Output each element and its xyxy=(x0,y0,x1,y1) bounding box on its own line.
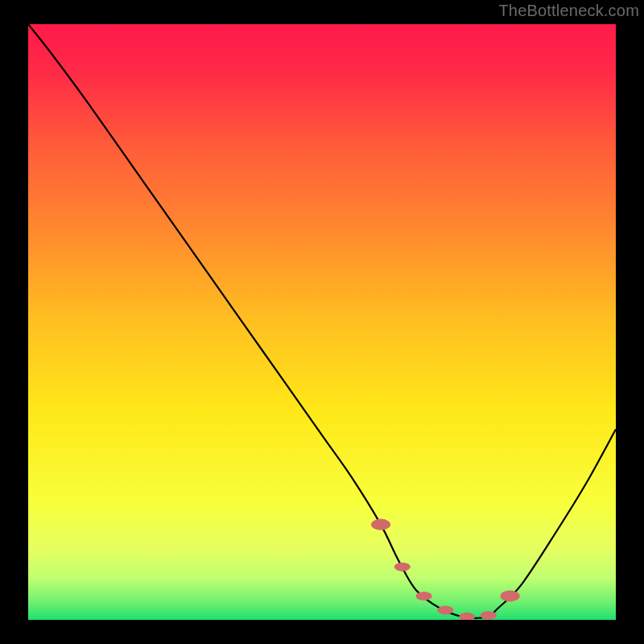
bottleneck-curve xyxy=(28,24,616,618)
optimal-marker xyxy=(371,519,390,530)
optimal-marker xyxy=(481,611,497,620)
optimal-marker xyxy=(416,592,432,601)
plot-area xyxy=(28,24,616,620)
optimal-range-markers xyxy=(371,519,520,620)
optimal-marker xyxy=(501,590,520,601)
chart-frame: TheBottleneck.com xyxy=(0,0,644,644)
optimal-marker xyxy=(394,563,411,572)
curve-layer xyxy=(28,24,616,620)
optimal-marker xyxy=(459,613,475,620)
watermark-text: TheBottleneck.com xyxy=(498,2,639,20)
optimal-marker xyxy=(437,605,453,614)
